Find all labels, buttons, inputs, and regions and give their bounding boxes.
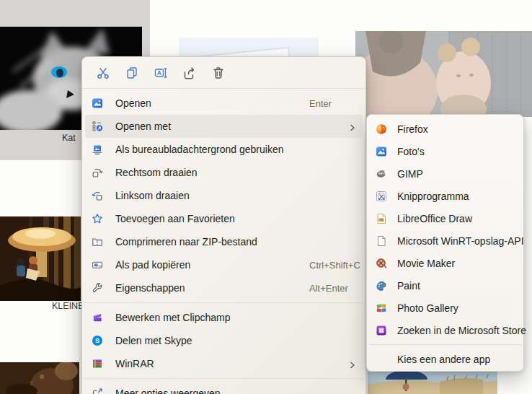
submenu-item-fotos[interactable]: Foto's — [370, 140, 520, 162]
submenu-item-label: Paint — [397, 280, 420, 292]
mushroom-image — [0, 216, 81, 301]
menu-item-label: Als bureaubladachtergrond gebruiken — [115, 144, 284, 155]
menu-item-more-options[interactable]: Meer opties weergeven — [85, 382, 363, 394]
cut-icon — [96, 66, 110, 80]
mother-child-image — [355, 31, 532, 117]
delete-icon — [211, 66, 226, 80]
photos-icon — [92, 97, 103, 109]
context-menu-list: Openen Enter Openen met — [82, 89, 365, 394]
submenu-item-label: Foto's — [397, 146, 425, 157]
hedgehog-image — [0, 362, 79, 394]
delete-button[interactable] — [206, 61, 231, 84]
menu-item-label: Openen — [115, 97, 151, 109]
submenu-item-gimp[interactable]: GIMP — [370, 162, 520, 185]
submenu-item-winrt-api[interactable]: Microsoft WinRT-opslag-API — [370, 229, 520, 252]
share-icon — [182, 66, 197, 80]
menu-item-rotate-left[interactable]: Linksom draaien — [85, 184, 363, 207]
thumbnail-hedgehog[interactable] — [0, 362, 79, 394]
submenu-item-label: Movie Maker — [397, 258, 455, 269]
menu-item-winrar[interactable]: WinRAR — [85, 352, 363, 375]
menu-item-label: Rechtsom draaien — [115, 167, 198, 178]
context-menu: Openen Enter Openen met — [81, 56, 366, 394]
beach-image — [368, 372, 497, 394]
menu-item-clipchamp[interactable]: Bewerken met Clipchamp — [85, 306, 363, 329]
open-with-submenu: Firefox Foto's GIMP — [366, 114, 524, 372]
svg-text:S: S — [95, 337, 99, 344]
thumbnail-label-cat: Kat — [62, 133, 76, 143]
submenu-item-paint[interactable]: Paint — [370, 274, 520, 297]
wallpaper-icon — [92, 144, 103, 155]
snipping-tool-icon — [376, 191, 387, 202]
gimp-icon — [376, 168, 387, 180]
thumbnail-mushroom[interactable] — [0, 216, 81, 301]
submenu-item-label: LibreOffice Draw — [397, 213, 472, 224]
context-menu-iconbar — [82, 57, 365, 89]
menu-item-compress-zip[interactable]: Comprimeren naar ZIP-bestand — [85, 230, 363, 253]
submenu-item-knipprogramma[interactable]: Knipprogramma — [370, 185, 520, 207]
chevron-right-icon — [348, 359, 357, 372]
favorite-star-icon — [92, 213, 103, 224]
thumbnail-beach[interactable] — [368, 372, 497, 394]
submenu-separator — [368, 344, 522, 345]
menu-item-label: Openen met — [115, 121, 171, 132]
menu-item-label: Comprimeren naar ZIP-bestand — [115, 236, 257, 248]
chevron-right-icon — [348, 122, 357, 135]
microsoft-store-icon — [376, 325, 387, 336]
rotate-left-icon — [92, 190, 103, 201]
menu-item-label: Als pad kopiëren — [115, 259, 190, 271]
thumbnail-label-mushroom: KLEINE — [52, 301, 84, 311]
submenu-item-label: Zoeken in de Microsoft Store — [397, 325, 526, 336]
submenu-item-choose-another-app[interactable]: Kies een andere app — [370, 348, 520, 370]
submenu-item-label: Microsoft WinRT-opslag-API — [397, 235, 524, 247]
document-icon — [376, 235, 387, 247]
photos-icon — [376, 146, 387, 157]
libreoffice-draw-icon — [376, 213, 387, 224]
rotate-right-icon — [92, 167, 103, 178]
menu-separator — [84, 378, 364, 379]
copy-button[interactable] — [120, 61, 144, 84]
cut-button[interactable] — [91, 61, 115, 84]
movie-maker-icon — [376, 258, 387, 269]
shortcut-label: Enter — [309, 98, 332, 109]
menu-item-label: Toevoegen aan Favorieten — [115, 213, 235, 224]
more-options-icon — [92, 388, 103, 394]
menu-item-label: WinRAR — [115, 358, 154, 369]
shortcut-label: Alt+Enter — [309, 283, 348, 294]
menu-separator — [84, 302, 364, 303]
menu-item-copy-path[interactable]: Als pad kopiëren Ctrl+Shift+C — [85, 253, 363, 276]
menu-item-properties[interactable]: Eigenschappen Alt+Enter — [85, 276, 363, 299]
thumbnail-mother-child[interactable] — [355, 31, 532, 117]
copy-icon — [125, 66, 139, 80]
menu-item-add-favorites[interactable]: Toevoegen aan Favorieten — [85, 207, 363, 230]
properties-wrench-icon — [92, 282, 103, 294]
winrar-icon — [92, 358, 103, 369]
menu-item-rotate-right[interactable]: Rechtsom draaien — [85, 161, 363, 184]
submenu-item-microsoft-store[interactable]: Zoeken in de Microsoft Store — [370, 319, 520, 341]
menu-item-skype[interactable]: S Delen met Skype — [85, 329, 363, 352]
menu-item-label: Meer opties weergeven — [115, 388, 221, 394]
copy-path-icon — [92, 259, 103, 271]
submenu-item-libreoffice-draw[interactable]: LibreOffice Draw — [370, 207, 520, 229]
submenu-item-photo-gallery[interactable]: Photo Gallery — [370, 297, 520, 319]
firefox-icon — [376, 123, 387, 135]
menu-item-openen[interactable]: Openen Enter — [85, 92, 363, 115]
rename-button[interactable] — [148, 61, 173, 84]
rename-icon — [154, 66, 168, 80]
shortcut-label: Ctrl+Shift+C — [309, 260, 360, 271]
menu-item-label: Eigenschappen — [115, 282, 185, 294]
submenu-item-label: Photo Gallery — [397, 302, 458, 314]
desktop: Kat — [0, 0, 532, 394]
menu-item-label: Bewerken met Clipchamp — [115, 312, 231, 323]
photo-gallery-icon — [376, 302, 387, 314]
menu-item-openen-met[interactable]: Openen met — [85, 115, 363, 138]
submenu-item-label: Firefox — [397, 123, 428, 135]
menu-item-wallpaper[interactable]: Als bureaubladachtergrond gebruiken — [85, 138, 363, 161]
submenu-item-firefox[interactable]: Firefox — [370, 118, 520, 140]
submenu-item-label: Knipprogramma — [397, 191, 469, 202]
menu-item-label: Linksom draaien — [115, 190, 190, 201]
menu-item-label: Delen met Skype — [115, 335, 192, 346]
submenu-item-movie-maker[interactable]: Movie Maker — [370, 252, 520, 274]
submenu-item-label: GIMP — [397, 168, 423, 180]
paint-icon — [376, 280, 387, 292]
share-button[interactable] — [177, 61, 202, 84]
